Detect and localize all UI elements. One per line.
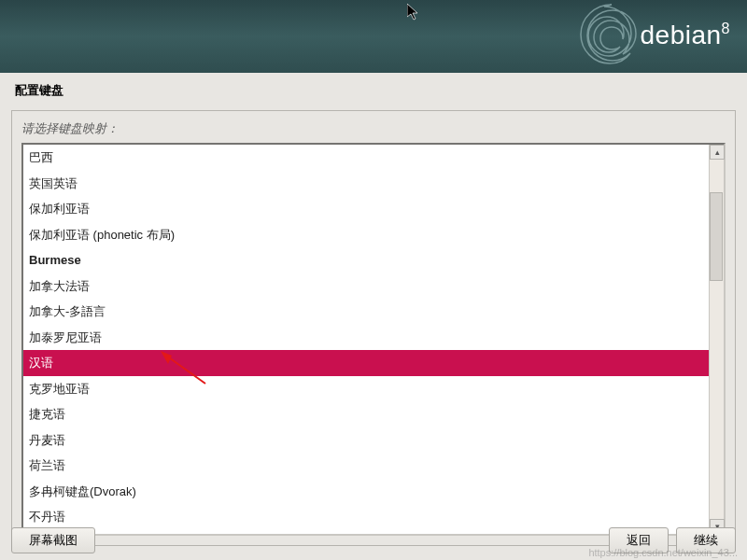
back-button[interactable]: 返回 bbox=[609, 527, 669, 553]
keyboard-list[interactable]: 巴西英国英语保加利亚语保加利亚语 (phonetic 布局)Burmese加拿大… bbox=[23, 145, 709, 534]
list-item[interactable]: 克罗地亚语 bbox=[23, 376, 709, 402]
list-item[interactable]: 捷克语 bbox=[23, 401, 709, 427]
bottom-bar: 屏幕截图 返回 继续 bbox=[0, 526, 747, 560]
list-item[interactable]: 巴西 bbox=[23, 145, 709, 171]
list-item[interactable]: 加泰罗尼亚语 bbox=[23, 325, 709, 351]
keyboard-listbox[interactable]: 巴西英国英语保加利亚语保加利亚语 (phonetic 布局)Burmese加拿大… bbox=[21, 143, 726, 536]
list-item[interactable]: 加拿大法语 bbox=[23, 273, 709, 300]
content-frame: 请选择键盘映射： 巴西英国英语保加利亚语保加利亚语 (phonetic 布局)B… bbox=[11, 110, 736, 546]
list-item[interactable]: 加拿大-多語言 bbox=[23, 299, 709, 325]
continue-button[interactable]: 继续 bbox=[676, 527, 736, 553]
list-item[interactable]: Burmese bbox=[23, 247, 709, 273]
page-title: 配置键盘 bbox=[0, 73, 747, 106]
list-item[interactable]: 英国英语 bbox=[23, 171, 709, 197]
list-item[interactable]: 荷兰语 bbox=[23, 453, 709, 479]
screenshot-button[interactable]: 屏幕截图 bbox=[11, 527, 95, 553]
scrollbar[interactable]: ▴ ▾ bbox=[709, 145, 724, 534]
scroll-up-arrow[interactable]: ▴ bbox=[710, 145, 725, 160]
installer-header: debian8 bbox=[0, 0, 747, 73]
list-item[interactable]: 丹麦语 bbox=[23, 427, 709, 454]
nav-button-group: 返回 继续 bbox=[609, 527, 736, 553]
list-item[interactable]: 保加利亚语 (phonetic 布局) bbox=[23, 222, 709, 248]
list-item[interactable]: 汉语 bbox=[23, 350, 709, 376]
list-item[interactable]: 保加利亚语 bbox=[23, 196, 709, 222]
scroll-track[interactable] bbox=[710, 160, 724, 519]
brand-text: debian8 bbox=[641, 21, 731, 50]
prompt-label: 请选择键盘映射： bbox=[21, 120, 726, 137]
brand-name: debian bbox=[641, 21, 722, 49]
brand-version: 8 bbox=[722, 21, 730, 36]
list-item[interactable]: 多冉柯键盘(Dvorak) bbox=[23, 479, 709, 505]
scroll-thumb[interactable] bbox=[710, 192, 723, 281]
